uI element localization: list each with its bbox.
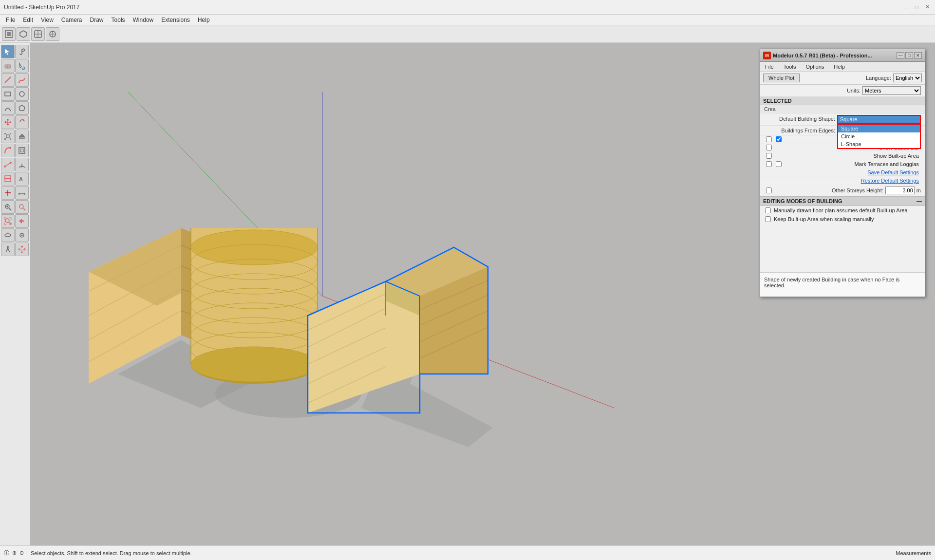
paint-tool[interactable] <box>15 45 29 58</box>
scale-tool[interactable] <box>1 130 15 143</box>
em1-checkbox[interactable] <box>765 207 771 213</box>
menu-edit[interactable]: Edit <box>19 16 37 24</box>
line-tool[interactable] <box>1 73 15 87</box>
dbs-option-square[interactable]: Square <box>838 125 920 132</box>
modelur-menu-options[interactable]: Options <box>801 63 829 71</box>
panel-spacer <box>760 224 925 272</box>
collapse-icon[interactable]: — <box>916 198 922 204</box>
toolbar-btn-2[interactable] <box>17 27 30 41</box>
move-tool[interactable] <box>1 115 15 129</box>
svg-marker-2 <box>20 31 27 37</box>
zoom-extents-tool[interactable] <box>1 214 15 228</box>
tool-row-1 <box>1 45 29 58</box>
language-select[interactable]: English <box>893 74 922 82</box>
eraser-tool[interactable] <box>1 59 15 73</box>
modelur-menu-tools[interactable]: Tools <box>779 63 801 71</box>
menu-file[interactable]: File <box>2 16 19 24</box>
mt-checkbox-2[interactable] <box>776 161 782 167</box>
menu-window[interactable]: Window <box>129 16 158 24</box>
select-tool[interactable] <box>1 45 15 58</box>
modelur-menu-help[interactable]: Help <box>829 63 850 71</box>
modelur-minimize[interactable]: — <box>897 52 904 59</box>
editing-modes-title: EDITING MODES OF BUILDING <box>763 198 842 204</box>
previous-view-tool[interactable] <box>15 214 29 228</box>
restore-default-label[interactable]: Restore Default Settings <box>784 178 921 184</box>
pushpull-tool[interactable] <box>15 130 29 143</box>
show-builtup-label: Show Built-up Area <box>784 153 921 159</box>
rotate-tool[interactable] <box>15 115 29 129</box>
modelur-title: M Modelur 0.5.7 R01 (Beta) - Profession.… <box>763 52 872 59</box>
section-tool[interactable] <box>1 172 15 186</box>
modelur-close[interactable]: ✕ <box>914 52 922 59</box>
polygon-tool[interactable] <box>15 101 29 115</box>
info-icon-1[interactable]: ⓘ <box>4 549 9 557</box>
em2-checkbox[interactable] <box>765 216 771 222</box>
svg-rect-25 <box>19 148 25 153</box>
dbs-option-circle[interactable]: Circle <box>838 132 920 140</box>
text-tool[interactable]: A <box>15 172 29 186</box>
modelur-restore[interactable]: □ <box>905 52 913 59</box>
toolbar-btn-3[interactable] <box>31 27 45 41</box>
zoom-window-tool[interactable] <box>15 200 29 214</box>
tool-row-2 <box>1 59 29 73</box>
mark-terraces-row: Mark Terraces and Loggias <box>760 160 925 168</box>
bfe-label: Buildings From Edges: <box>764 128 837 133</box>
tape-tool[interactable] <box>1 158 15 171</box>
svg-point-50 <box>7 246 9 248</box>
dbs-option-lshape[interactable]: L-Shape <box>838 140 920 148</box>
svg-marker-15 <box>19 105 25 111</box>
sba-checkbox-1[interactable] <box>766 153 772 159</box>
offset-tool[interactable] <box>15 144 29 157</box>
menu-camera[interactable]: Camera <box>57 16 86 24</box>
rectangle-tool[interactable] <box>1 87 15 101</box>
svg-marker-23 <box>19 134 24 136</box>
zoom-tool[interactable] <box>1 200 15 214</box>
look-around-tool[interactable] <box>15 228 29 242</box>
menu-view[interactable]: View <box>37 16 57 24</box>
info-icon-2[interactable]: ⊕ <box>12 550 17 556</box>
units-select[interactable]: Meters <box>862 86 921 95</box>
freehand-tool[interactable] <box>15 73 29 87</box>
arc-tool[interactable] <box>1 101 15 115</box>
dbs-dropdown-list: Square Circle L-Shape <box>837 124 921 149</box>
svg-rect-20 <box>4 138 6 140</box>
dbs-selected-value[interactable]: Square <box>837 115 921 124</box>
sync-checkbox-2[interactable] <box>776 136 782 142</box>
osh-checkbox[interactable] <box>766 187 772 193</box>
paint-bucket-tool[interactable] <box>15 59 29 73</box>
walk-tool[interactable] <box>1 243 15 256</box>
whole-plot-button[interactable]: Whole Plot <box>763 74 800 82</box>
osh-input[interactable] <box>885 187 915 194</box>
close-button[interactable]: ✕ <box>923 3 931 11</box>
sync-checkbox-1[interactable] <box>766 136 772 142</box>
info-icon-3[interactable]: ⊙ <box>19 550 24 556</box>
menu-bar: File Edit View Camera Draw Tools Window … <box>0 15 935 25</box>
menu-help[interactable]: Help <box>194 16 214 24</box>
protractor-tool[interactable] <box>15 158 29 171</box>
status-bar: ⓘ ⊕ ⊙ Select objects. Shift to extend se… <box>0 545 935 560</box>
pan-tool[interactable] <box>15 243 29 256</box>
circle-tool[interactable] <box>15 87 29 101</box>
maximize-button[interactable]: □ <box>913 3 920 11</box>
mt-checkbox-1[interactable] <box>766 161 772 167</box>
svg-rect-19 <box>10 133 11 134</box>
toolbar-btn-1[interactable] <box>2 27 16 41</box>
menu-draw[interactable]: Draw <box>86 16 108 24</box>
followme-tool[interactable] <box>1 144 15 157</box>
modelur-titlebar[interactable]: M Modelur 0.5.7 R01 (Beta) - Profession.… <box>760 49 925 62</box>
svg-point-72 <box>191 230 318 265</box>
dimensions-tool[interactable] <box>15 186 29 200</box>
save-default-label[interactable]: Save Default Settings <box>784 169 921 175</box>
modelur-menu-file[interactable]: File <box>760 63 779 71</box>
toolbar-btn-4[interactable] <box>46 27 59 41</box>
orbit-tool[interactable] <box>1 228 15 242</box>
axes-tool[interactable] <box>1 186 15 200</box>
mark-terraces-label: Mark Terraces and Loggias <box>784 161 921 167</box>
modelur-icon: M <box>763 52 771 59</box>
menu-extensions[interactable]: Extensions <box>157 16 194 24</box>
minimize-button[interactable]: — <box>902 3 910 11</box>
svg-rect-22 <box>19 136 24 139</box>
ssb-checkbox-1[interactable] <box>766 145 772 150</box>
menu-tools[interactable]: Tools <box>108 16 129 24</box>
default-building-shape-row: Default Building Shape: Square Square Ci… <box>760 113 925 126</box>
